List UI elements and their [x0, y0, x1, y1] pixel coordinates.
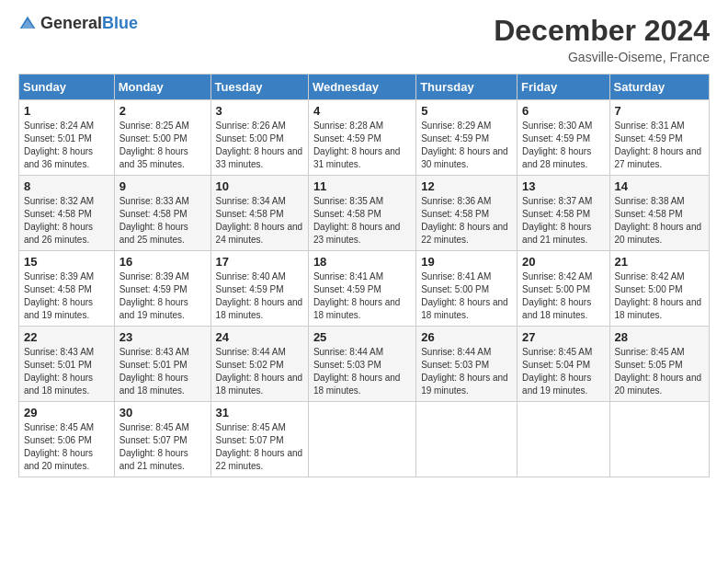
- day-number: 19: [421, 255, 512, 269]
- day-cell: 23 Sunrise: 8:43 AM Sunset: 5:01 PM Dayl…: [114, 327, 210, 402]
- day-detail: Sunrise: 8:37 AM Sunset: 4:58 PM Dayligh…: [522, 196, 592, 245]
- day-cell: 7 Sunrise: 8:31 AM Sunset: 4:59 PM Dayli…: [609, 100, 709, 176]
- day-cell: 15 Sunrise: 8:39 AM Sunset: 4:58 PM Dayl…: [19, 251, 115, 327]
- day-detail: Sunrise: 8:44 AM Sunset: 5:03 PM Dayligh…: [313, 347, 401, 396]
- day-detail: Sunrise: 8:34 AM Sunset: 4:58 PM Dayligh…: [216, 196, 303, 245]
- col-thursday: Thursday: [416, 75, 518, 100]
- day-number: 30: [119, 406, 206, 419]
- day-detail: Sunrise: 8:44 AM Sunset: 5:02 PM Dayligh…: [216, 347, 303, 396]
- day-detail: Sunrise: 8:44 AM Sunset: 5:03 PM Dayligh…: [421, 347, 508, 396]
- title-area: December 2024 Gasville-Oiseme, France: [494, 14, 710, 64]
- day-detail: Sunrise: 8:41 AM Sunset: 4:59 PM Dayligh…: [313, 271, 401, 320]
- day-cell: 17 Sunrise: 8:40 AM Sunset: 4:59 PM Dayl…: [210, 251, 308, 327]
- day-cell: 5 Sunrise: 8:29 AM Sunset: 4:59 PM Dayli…: [416, 100, 518, 176]
- day-detail: Sunrise: 8:36 AM Sunset: 4:58 PM Dayligh…: [421, 196, 508, 245]
- day-cell: 8 Sunrise: 8:32 AM Sunset: 4:58 PM Dayli…: [19, 176, 115, 251]
- day-number: 28: [615, 330, 704, 344]
- day-cell: 29 Sunrise: 8:45 AM Sunset: 5:06 PM Dayl…: [19, 402, 115, 477]
- day-detail: Sunrise: 8:38 AM Sunset: 4:58 PM Dayligh…: [615, 196, 702, 245]
- col-saturday: Saturday: [609, 75, 709, 100]
- day-detail: Sunrise: 8:31 AM Sunset: 4:59 PM Dayligh…: [615, 121, 702, 169]
- col-sunday: Sunday: [19, 75, 115, 100]
- day-number: 7: [615, 104, 704, 118]
- day-cell: 3 Sunrise: 8:26 AM Sunset: 5:00 PM Dayli…: [210, 100, 308, 176]
- day-number: 24: [216, 330, 303, 344]
- day-number: 27: [522, 330, 604, 344]
- day-number: 6: [522, 104, 604, 118]
- day-number: 8: [24, 179, 109, 193]
- day-cell: 14 Sunrise: 8:38 AM Sunset: 4:58 PM Dayl…: [609, 176, 709, 251]
- day-cell: 2 Sunrise: 8:25 AM Sunset: 5:00 PM Dayli…: [114, 100, 210, 176]
- day-number: 25: [313, 330, 411, 344]
- day-number: 3: [216, 104, 303, 118]
- day-cell: 4 Sunrise: 8:28 AM Sunset: 4:59 PM Dayli…: [308, 100, 415, 176]
- day-detail: Sunrise: 8:43 AM Sunset: 5:01 PM Dayligh…: [119, 347, 189, 396]
- day-detail: Sunrise: 8:45 AM Sunset: 5:07 PM Dayligh…: [119, 422, 189, 471]
- day-cell: 30 Sunrise: 8:45 AM Sunset: 5:07 PM Dayl…: [114, 402, 210, 477]
- day-cell: [609, 402, 709, 477]
- day-cell: 1 Sunrise: 8:24 AM Sunset: 5:01 PM Dayli…: [19, 100, 115, 176]
- day-detail: Sunrise: 8:45 AM Sunset: 5:07 PM Dayligh…: [216, 422, 303, 471]
- day-detail: Sunrise: 8:28 AM Sunset: 4:59 PM Dayligh…: [313, 121, 401, 169]
- header-row: Sunday Monday Tuesday Wednesday Thursday…: [19, 75, 710, 100]
- day-detail: Sunrise: 8:35 AM Sunset: 4:58 PM Dayligh…: [313, 196, 401, 245]
- day-cell: 12 Sunrise: 8:36 AM Sunset: 4:58 PM Dayl…: [416, 176, 518, 251]
- day-detail: Sunrise: 8:40 AM Sunset: 4:59 PM Dayligh…: [216, 271, 303, 320]
- day-number: 16: [119, 255, 206, 269]
- day-number: 22: [24, 330, 109, 344]
- day-cell: 10 Sunrise: 8:34 AM Sunset: 4:58 PM Dayl…: [210, 176, 308, 251]
- day-cell: 22 Sunrise: 8:43 AM Sunset: 5:01 PM Dayl…: [19, 327, 115, 402]
- day-number: 18: [313, 255, 411, 269]
- page: GeneralBlue December 2024 Gasville-Oisem…: [0, 0, 728, 563]
- day-number: 2: [119, 104, 206, 118]
- col-wednesday: Wednesday: [308, 75, 415, 100]
- day-detail: Sunrise: 8:45 AM Sunset: 5:05 PM Dayligh…: [615, 347, 702, 396]
- week-row-1: 1 Sunrise: 8:24 AM Sunset: 5:01 PM Dayli…: [19, 100, 710, 176]
- day-detail: Sunrise: 8:39 AM Sunset: 4:58 PM Dayligh…: [24, 271, 94, 320]
- day-cell: [518, 402, 609, 477]
- day-cell: 11 Sunrise: 8:35 AM Sunset: 4:58 PM Dayl…: [308, 176, 415, 251]
- day-number: 29: [24, 406, 109, 419]
- day-detail: Sunrise: 8:42 AM Sunset: 5:00 PM Dayligh…: [522, 271, 592, 320]
- day-cell: 19 Sunrise: 8:41 AM Sunset: 5:00 PM Dayl…: [416, 251, 518, 327]
- day-cell: 27 Sunrise: 8:45 AM Sunset: 5:04 PM Dayl…: [518, 327, 609, 402]
- col-friday: Friday: [518, 75, 609, 100]
- day-number: 20: [522, 255, 604, 269]
- day-number: 5: [421, 104, 512, 118]
- logo: GeneralBlue: [18, 14, 138, 33]
- day-number: 1: [24, 104, 109, 118]
- day-number: 17: [216, 255, 303, 269]
- day-detail: Sunrise: 8:32 AM Sunset: 4:58 PM Dayligh…: [24, 196, 94, 245]
- day-detail: Sunrise: 8:42 AM Sunset: 5:00 PM Dayligh…: [615, 271, 702, 320]
- col-monday: Monday: [114, 75, 210, 100]
- day-number: 14: [615, 179, 704, 193]
- day-cell: 26 Sunrise: 8:44 AM Sunset: 5:03 PM Dayl…: [416, 327, 518, 402]
- day-detail: Sunrise: 8:41 AM Sunset: 5:00 PM Dayligh…: [421, 271, 508, 320]
- day-number: 13: [522, 179, 604, 193]
- calendar-body: 1 Sunrise: 8:24 AM Sunset: 5:01 PM Dayli…: [19, 100, 710, 477]
- day-number: 31: [216, 406, 303, 419]
- day-detail: Sunrise: 8:39 AM Sunset: 4:59 PM Dayligh…: [119, 271, 189, 320]
- day-detail: Sunrise: 8:45 AM Sunset: 5:06 PM Dayligh…: [24, 422, 94, 471]
- day-detail: Sunrise: 8:29 AM Sunset: 4:59 PM Dayligh…: [421, 121, 508, 169]
- day-detail: Sunrise: 8:45 AM Sunset: 5:04 PM Dayligh…: [522, 347, 592, 396]
- location: Gasville-Oiseme, France: [494, 50, 710, 64]
- header: GeneralBlue December 2024 Gasville-Oisem…: [18, 14, 710, 64]
- day-detail: Sunrise: 8:30 AM Sunset: 4:59 PM Dayligh…: [522, 121, 592, 169]
- day-cell: [308, 402, 415, 477]
- day-number: 4: [313, 104, 411, 118]
- day-cell: 28 Sunrise: 8:45 AM Sunset: 5:05 PM Dayl…: [609, 327, 709, 402]
- day-detail: Sunrise: 8:24 AM Sunset: 5:01 PM Dayligh…: [24, 121, 94, 169]
- day-number: 21: [615, 255, 704, 269]
- day-cell: 13 Sunrise: 8:37 AM Sunset: 4:58 PM Dayl…: [518, 176, 609, 251]
- day-number: 23: [119, 330, 206, 344]
- day-cell: 25 Sunrise: 8:44 AM Sunset: 5:03 PM Dayl…: [308, 327, 415, 402]
- logo-icon: [18, 15, 37, 33]
- day-number: 10: [216, 179, 303, 193]
- day-number: 26: [421, 330, 512, 344]
- day-detail: Sunrise: 8:26 AM Sunset: 5:00 PM Dayligh…: [216, 121, 303, 169]
- month-title: December 2024: [494, 14, 710, 48]
- day-cell: 9 Sunrise: 8:33 AM Sunset: 4:58 PM Dayli…: [114, 176, 210, 251]
- day-detail: Sunrise: 8:33 AM Sunset: 4:58 PM Dayligh…: [119, 196, 189, 245]
- calendar-table: Sunday Monday Tuesday Wednesday Thursday…: [18, 74, 710, 477]
